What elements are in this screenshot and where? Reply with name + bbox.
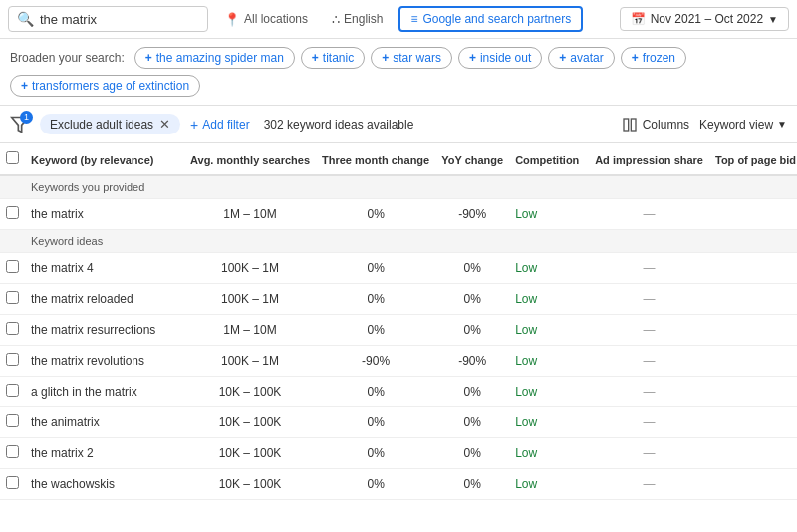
header-bid-low[interactable]: Top of page bid (low range) [709, 143, 797, 175]
row-yoy-1-2: 0% [435, 315, 509, 346]
broaden-chip-label-6: transformers age of extinction [32, 79, 189, 93]
broaden-chip-5[interactable]: + frozen [621, 47, 686, 69]
row-competition-1-6: Low [509, 438, 589, 469]
header-ad-impression[interactable]: Ad impression share [589, 143, 709, 175]
row-three-mo-1-1: 0% [316, 284, 435, 315]
chevron-down-icon-kw: ▼ [777, 119, 787, 130]
row-keyword-1-0: the matrix 4 [25, 253, 184, 284]
header-competition[interactable]: Competition [509, 143, 589, 175]
plus-icon-4: + [559, 51, 566, 65]
table-row: the matrix reloaded 100K – 1M 0% 0% Low … [0, 284, 797, 315]
broaden-chip-1[interactable]: + titanic [301, 47, 365, 69]
date-filter[interactable]: 📅 Nov 2021 – Oct 2022 ▼ [620, 7, 789, 31]
row-bid-low-1-2: €0.15 [709, 315, 797, 346]
row-avg-1-7: 10K – 100K [184, 469, 316, 500]
search-input[interactable] [40, 12, 199, 27]
keyword-table: Keyword (by relevance) Avg. monthly sear… [0, 143, 797, 500]
header-yoy[interactable]: YoY change [435, 143, 509, 175]
row-checkbox-1-3[interactable] [0, 346, 25, 377]
active-filter-label: Exclude adult ideas [50, 118, 153, 132]
row-checkbox-1-2[interactable] [0, 315, 25, 346]
location-label: All locations [244, 12, 308, 26]
broaden-chip-0[interactable]: + the amazing spider man [134, 47, 295, 69]
plus-icon-3: + [469, 51, 476, 65]
row-yoy-1-6: 0% [435, 438, 509, 469]
row-yoy-0-0: -90% [435, 199, 509, 230]
row-three-mo-1-7: 0% [316, 469, 435, 500]
row-keyword-1-1: the matrix reloaded [25, 284, 184, 315]
broaden-chip-3[interactable]: + inside out [458, 47, 542, 69]
language-filter[interactable]: ∴ English [324, 8, 391, 31]
keyword-count: 302 keyword ideas available [264, 118, 414, 132]
filter-badge: 1 [20, 111, 33, 124]
broaden-chip-4[interactable]: + avatar [548, 47, 614, 69]
row-checkbox-1-7[interactable] [0, 469, 25, 500]
row-bid-low-1-7: €0.01 [709, 469, 797, 500]
table-row: a glitch in the matrix 10K – 100K 0% 0% … [0, 377, 797, 407]
row-checkbox-0-0[interactable] [0, 199, 25, 230]
row-checkbox-1-4[interactable] [0, 377, 25, 407]
add-filter-plus-icon: + [190, 117, 198, 133]
header-avg-monthly[interactable]: Avg. monthly searches [184, 143, 316, 175]
table-row: the matrix 1M – 10M 0% -90% Low — €0.15 … [0, 199, 797, 230]
plus-icon-5: + [632, 51, 639, 65]
row-three-mo-1-3: -90% [316, 346, 435, 377]
row-keyword-1-2: the matrix resurrections [25, 315, 184, 346]
row-checkbox-1-0[interactable] [0, 253, 25, 284]
row-competition-1-5: Low [509, 407, 589, 438]
row-keyword-1-5: the animatrix [25, 407, 184, 438]
broaden-chip-2[interactable]: + star wars [371, 47, 452, 69]
table-row: the matrix 4 100K – 1M 0% 0% Low — €0.12… [0, 253, 797, 284]
row-ad-1-0: — [589, 253, 709, 284]
row-yoy-1-0: 0% [435, 253, 509, 284]
row-bid-low-1-4: €0.09 [709, 377, 797, 407]
search-box[interactable]: 🔍 [8, 6, 208, 32]
row-ad-1-1: — [589, 284, 709, 315]
plus-icon-2: + [382, 51, 389, 65]
network-label: Google and search partners [422, 12, 571, 26]
header-three-month[interactable]: Three month change [316, 143, 435, 175]
filter-icon-button[interactable]: 1 [10, 115, 30, 134]
remove-filter-button[interactable]: ✕ [159, 117, 170, 132]
filter-row: 1 Exclude adult ideas ✕ + Add filter 302… [0, 106, 797, 143]
add-filter-button[interactable]: + Add filter [190, 117, 250, 133]
network-icon: ≡ [410, 12, 417, 26]
row-ad-1-3: — [589, 346, 709, 377]
select-all-checkbox[interactable] [6, 151, 19, 164]
calendar-icon: 📅 [631, 12, 646, 26]
row-competition-1-2: Low [509, 315, 589, 346]
row-checkbox-1-1[interactable] [0, 284, 25, 315]
row-yoy-1-7: 0% [435, 469, 509, 500]
row-avg-0-0: 1M – 10M [184, 199, 316, 230]
broaden-bar: Broaden your search: + the amazing spide… [0, 39, 797, 106]
table-row: the matrix revolutions 100K – 1M -90% -9… [0, 346, 797, 377]
row-competition-1-7: Low [509, 469, 589, 500]
language-label: English [344, 12, 383, 26]
row-avg-1-1: 100K – 1M [184, 284, 316, 315]
row-competition-1-3: Low [509, 346, 589, 377]
table-row: the matrix 2 10K – 100K 0% 0% Low — €0.2… [0, 438, 797, 469]
broaden-label: Broaden your search: [10, 51, 125, 65]
header-keyword[interactable]: Keyword (by relevance) [25, 143, 184, 175]
plus-icon-1: + [312, 51, 319, 65]
columns-label: Columns [643, 118, 689, 132]
network-filter[interactable]: ≡ Google and search partners [398, 6, 583, 32]
row-bid-low-1-0: €0.12 [709, 253, 797, 284]
row-keyword-1-7: the wachowskis [25, 469, 184, 500]
row-bid-low-1-6: €0.25 [709, 438, 797, 469]
columns-button[interactable]: Columns [622, 117, 689, 133]
keyword-view-button[interactable]: Keyword view ▼ [699, 118, 787, 132]
language-icon: ∴ [332, 12, 340, 27]
row-ad-1-6: — [589, 438, 709, 469]
row-competition-1-0: Low [509, 253, 589, 284]
row-avg-1-5: 10K – 100K [184, 407, 316, 438]
broaden-chip-6[interactable]: + transformers age of extinction [10, 75, 200, 97]
row-competition-1-1: Low [509, 284, 589, 315]
row-checkbox-1-5[interactable] [0, 407, 25, 438]
columns-icon [622, 117, 638, 133]
plus-icon-6: + [21, 79, 28, 93]
top-bar: 🔍 📍 All locations ∴ English ≡ Google and… [0, 0, 797, 39]
row-checkbox-1-6[interactable] [0, 438, 25, 469]
header-checkbox-col [0, 143, 25, 175]
location-filter[interactable]: 📍 All locations [216, 8, 316, 31]
